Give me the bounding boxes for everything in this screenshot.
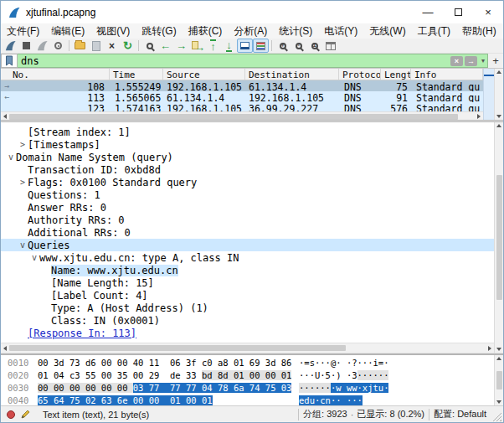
column-destination[interactable]: Destination — [245, 69, 339, 80]
detail-line[interactable]: Authority RRs: 0 — [1, 214, 494, 226]
detail-line-response-link[interactable]: [Response In: 113] — [1, 327, 494, 339]
vscroll-thumb[interactable] — [496, 371, 502, 389]
packet-list-hscrollbar[interactable] — [1, 111, 483, 120]
response-in-link[interactable]: [Response In: 113] — [28, 328, 136, 339]
packet-list-minimap[interactable] — [483, 69, 494, 120]
title-bar[interactable]: xjtufinal.pcapng — × — [1, 1, 503, 23]
column-length[interactable]: Length — [381, 69, 411, 80]
packet-row-selected[interactable]: →108 1.555249 192.168.1.105 61.134.1.4 D… — [1, 80, 483, 91]
detail-line[interactable]: Class: IN (0x0001) — [1, 314, 494, 327]
hex-row[interactable]: 0030 00 00 00 00 00 00 03 77 77 77 04 78… — [1, 381, 494, 394]
go-to-packet-button[interactable]: → — [189, 39, 205, 53]
menu-analyze[interactable]: 分析(A) — [228, 23, 273, 39]
capture-options-button[interactable] — [50, 39, 66, 53]
column-info[interactable]: Info — [411, 69, 483, 80]
add-filter-button[interactable]: + — [488, 54, 503, 68]
scroll-up-arrow[interactable] — [496, 124, 501, 127]
detail-line[interactable]: [Label Count: 4] — [1, 289, 494, 302]
column-protocol[interactable]: Protocol — [339, 69, 381, 80]
detail-line[interactable]: Questions: 1 — [1, 188, 494, 201]
filter-apply-button[interactable]: → — [465, 56, 477, 66]
packet-row[interactable]: 123 1.574163 192.168.1.105 36.99.29.227 … — [1, 102, 483, 111]
menu-tools[interactable]: 工具(T) — [412, 23, 456, 39]
hex-row[interactable]: 0010 00 3d 73 d6 00 00 40 11 06 3f c0 a8… — [1, 356, 494, 369]
detail-line[interactable]: Type: A (Host Address) (1) — [1, 302, 494, 314]
column-source[interactable]: Source — [163, 69, 245, 80]
filter-clear-button[interactable]: × — [450, 56, 463, 66]
detail-line[interactable]: >[Timestamps] — [1, 138, 494, 151]
expander-open-icon[interactable]: v — [18, 240, 28, 250]
detail-line[interactable]: [Name Length: 15] — [1, 276, 494, 289]
go-first-packet-button[interactable]: ↑ — [205, 39, 221, 53]
detail-line-dns[interactable]: vDomain Name System (query) — [1, 151, 494, 163]
zoom-reset-button[interactable] — [306, 39, 322, 53]
scroll-up-arrow[interactable] — [496, 357, 501, 360]
expert-info-icon[interactable] — [7, 410, 15, 419]
detail-line-queries-selected[interactable]: vQueries — [1, 239, 494, 251]
scroll-left-arrow[interactable] — [3, 346, 7, 351]
scroll-down-arrow[interactable] — [496, 400, 501, 404]
open-file-button[interactable] — [72, 39, 88, 53]
auto-scroll-toggle[interactable] — [237, 39, 253, 53]
filter-dropdown-caret[interactable]: ▾ — [481, 57, 485, 64]
menu-edit[interactable]: 编辑(E) — [45, 23, 90, 39]
vscroll-thumb[interactable] — [496, 175, 502, 300]
stop-capture-button[interactable] — [18, 39, 34, 53]
profile-indicator[interactable]: 配置: Default — [434, 408, 486, 420]
resize-grip[interactable] — [491, 411, 501, 421]
detail-line[interactable]: Transaction ID: 0xbd8d — [1, 163, 494, 176]
go-last-packet-button[interactable]: ↓ — [221, 39, 237, 53]
expander-collapsed-icon[interactable]: > — [18, 140, 28, 149]
reload-file-button[interactable]: ↻ — [120, 39, 136, 53]
detail-line[interactable]: [Stream index: 1] — [1, 126, 494, 138]
find-packet-button[interactable] — [141, 39, 157, 53]
menu-telephony[interactable]: 电话(Y) — [318, 23, 363, 39]
detail-line[interactable]: vwww.xjtu.edu.cn: type A, class IN — [1, 251, 494, 264]
detail-line[interactable]: >Flags: 0x0100 Standard query — [1, 176, 494, 188]
display-filter-input[interactable] — [18, 55, 450, 67]
menu-go[interactable]: 跳转(G) — [136, 23, 182, 39]
scroll-down-arrow[interactable] — [496, 115, 501, 118]
scroll-right-arrow[interactable] — [488, 346, 491, 351]
scroll-right-arrow[interactable] — [477, 114, 481, 119]
packet-row[interactable]: ←113 1.565065 61.134.1.4 192.168.1.105 D… — [1, 91, 483, 102]
hscroll-thumb[interactable] — [9, 114, 458, 120]
menu-view[interactable]: 视图(V) — [90, 23, 136, 39]
capture-comment-pencil-icon[interactable] — [20, 409, 31, 420]
hex-dump[interactable]: 0010 00 3d 73 d6 00 00 40 11 06 3f c0 a8… — [1, 355, 494, 405]
close-file-button[interactable]: × — [104, 39, 120, 53]
bytes-vscrollbar[interactable] — [494, 355, 503, 405]
detail-line[interactable]: Additional RRs: 0 — [1, 226, 494, 239]
filter-bookmark-button[interactable] — [1, 54, 18, 68]
details-vscrollbar[interactable] — [494, 122, 503, 353]
menu-wireless[interactable]: 无线(W) — [363, 23, 411, 39]
menu-file[interactable]: 文件(F) — [1, 23, 45, 39]
close-button[interactable]: × — [473, 1, 503, 23]
detail-line[interactable]: Answer RRs: 0 — [1, 201, 494, 214]
colorize-toggle[interactable] — [253, 39, 269, 53]
expander-open-icon[interactable]: v — [6, 152, 16, 162]
menu-help[interactable]: 帮助(H) — [456, 23, 502, 39]
menu-statistics[interactable]: 统计(S) — [273, 23, 318, 39]
save-file-button[interactable] — [88, 39, 104, 53]
packet-list-vscrollbar[interactable] — [494, 69, 503, 120]
menu-capture[interactable]: 捕获(C) — [183, 23, 229, 39]
scroll-left-arrow[interactable] — [3, 114, 7, 119]
restart-capture-button[interactable] — [34, 39, 50, 53]
resize-columns-button[interactable] — [322, 39, 338, 53]
details-hscrollbar[interactable] — [1, 343, 494, 353]
expander-collapsed-icon[interactable]: > — [18, 178, 28, 187]
go-back-button[interactable]: ← — [157, 39, 173, 53]
hscroll-thumb[interactable] — [9, 345, 346, 351]
column-time[interactable]: Time — [110, 69, 163, 80]
zoom-in-button[interactable] — [275, 39, 291, 53]
scroll-down-arrow[interactable] — [496, 348, 501, 351]
hex-row[interactable]: 0020 01 04 c3 55 00 35 00 29 de 33 bd 8d… — [1, 369, 494, 381]
go-forward-button[interactable]: → — [173, 39, 189, 53]
detail-line-name-highlight[interactable]: Name: www.xjtu.edu.cn — [1, 264, 494, 276]
column-no[interactable]: No. — [1, 69, 110, 80]
scroll-up-arrow[interactable] — [496, 70, 501, 74]
start-capture-button[interactable] — [3, 39, 18, 53]
minimize-button[interactable]: — — [413, 1, 443, 23]
zoom-out-button[interactable] — [291, 39, 306, 53]
